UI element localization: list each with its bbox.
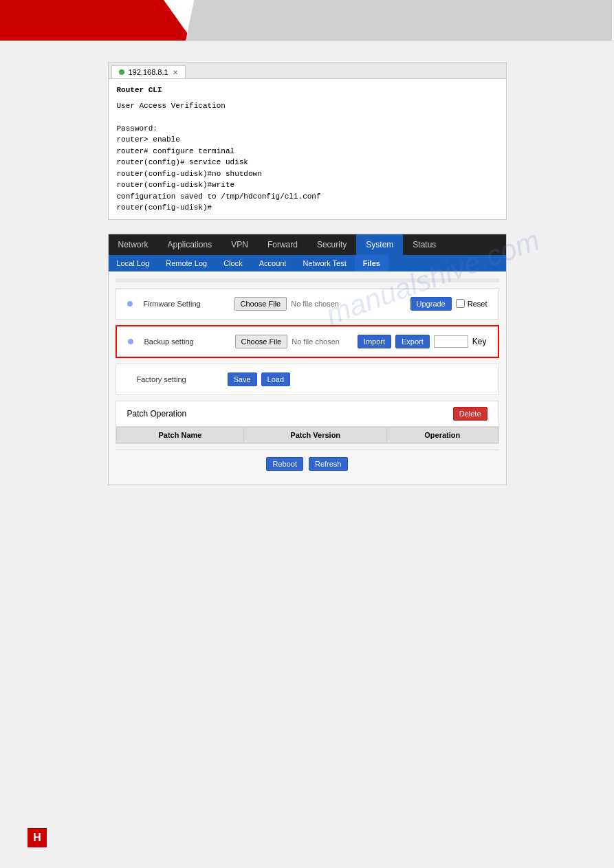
firmware-label: Firmware Setting — [144, 300, 226, 308]
patch-label: Patch Operation — [127, 409, 187, 419]
terminal-line: router(config-udisk)# — [117, 202, 498, 214]
backup-import-button[interactable]: Import — [358, 335, 391, 348]
patch-header: Patch Operation Delete — [116, 401, 498, 427]
patch-col-name: Patch Name — [116, 427, 244, 443]
terminal-line: router(config)# service udisk — [117, 157, 498, 168]
terminal-line: router# configure terminal — [117, 146, 498, 157]
firmware-upgrade-button[interactable]: Upgrade — [410, 297, 452, 311]
patch-section: Patch Operation Delete Patch Name Patch … — [116, 401, 499, 444]
backup-key-label: Key — [472, 337, 487, 346]
backup-indicator — [128, 339, 133, 344]
nav-item-system[interactable]: System — [356, 234, 403, 255]
close-tab-button[interactable]: ✕ — [173, 69, 178, 76]
reboot-button[interactable]: Reboot — [266, 457, 303, 471]
terminal-title: Router CLI — [117, 85, 498, 96]
nav-menu: Network Applications VPN Forward Securit… — [109, 234, 506, 255]
terminal-line — [117, 111, 498, 123]
nav-item-forward[interactable]: Forward — [258, 234, 307, 255]
firmware-indicator — [127, 301, 133, 307]
terminal-line: configuration saved to /tmp/hdconfig/cli… — [117, 191, 498, 203]
terminal-line: router> enable — [117, 134, 498, 146]
content-area: Firmware Setting Choose File No file cho… — [109, 271, 506, 485]
firmware-no-file: No file chosen — [291, 300, 339, 308]
terminal-body: Router CLI User Access Verification Pass… — [109, 79, 506, 219]
backup-choose-button[interactable]: Choose File — [235, 335, 288, 348]
factory-controls: Save Load — [228, 372, 487, 386]
factory-section-row: Factory setting Save Load — [116, 364, 499, 395]
backup-key-input[interactable] — [434, 335, 468, 348]
terminal-line: router(config-udisk)#no shutdown — [117, 168, 498, 180]
patch-table: Patch Name Patch Version Operation — [116, 427, 498, 443]
bottom-buttons: Reboot Refresh — [116, 449, 499, 478]
header-red-accent — [0, 0, 193, 41]
header-gray-accent — [186, 0, 612, 41]
terminal-tab[interactable]: 192.168.8.1 ✕ — [111, 65, 186, 78]
backup-export-button[interactable]: Export — [395, 335, 430, 348]
router-ui-panel: Network Applications VPN Forward Securit… — [108, 234, 507, 485]
terminal-window: 192.168.8.1 ✕ Router CLI User Access Ver… — [108, 62, 507, 220]
firmware-reset-label: Reset — [456, 299, 487, 308]
terminal-line: router(config-udisk)#write — [117, 179, 498, 191]
terminal-tab-label: 192.168.8.1 — [129, 68, 168, 76]
footer: H — [28, 828, 47, 847]
refresh-button[interactable]: Refresh — [309, 457, 348, 471]
sub-nav: Local Log Remote Log Clock Account Netwo… — [109, 255, 506, 271]
backup-section-row: Backup setting Choose File No file chose… — [116, 325, 499, 358]
subnav-local-log[interactable]: Local Log — [109, 255, 158, 271]
subnav-account[interactable]: Account — [251, 255, 295, 271]
subnav-remote-log[interactable]: Remote Log — [157, 255, 215, 271]
subnav-files[interactable]: Files — [355, 255, 388, 271]
subnav-clock[interactable]: Clock — [215, 255, 251, 271]
terminal-output: User Access Verification Password: route… — [117, 100, 498, 214]
connection-indicator — [119, 69, 124, 75]
backup-controls: Choose File No file chosen Import Export… — [235, 335, 487, 348]
firmware-controls: Choose File No file chosen Upgrade Reset — [234, 297, 487, 311]
factory-save-button[interactable]: Save — [228, 372, 257, 386]
nav-item-security[interactable]: Security — [307, 234, 356, 255]
firmware-section-row: Firmware Setting Choose File No file cho… — [116, 288, 499, 320]
factory-load-button[interactable]: Load — [261, 372, 290, 386]
nav-item-status[interactable]: Status — [403, 234, 446, 255]
firmware-reset-checkbox[interactable] — [456, 299, 465, 308]
firmware-choose-button[interactable]: Choose File — [234, 297, 287, 311]
terminal-line: User Access Verification — [117, 100, 498, 112]
terminal-tab-bar: 192.168.8.1 ✕ — [109, 63, 506, 79]
nav-item-vpn[interactable]: VPN — [221, 234, 258, 255]
spacer — [116, 278, 499, 282]
patch-col-operation: Operation — [386, 427, 498, 443]
backup-label: Backup setting — [144, 337, 227, 346]
subnav-network-test[interactable]: Network Test — [294, 255, 354, 271]
terminal-line: Password: — [117, 123, 498, 135]
header-bar — [0, 0, 614, 41]
nav-item-network[interactable]: Network — [109, 234, 158, 255]
factory-label: Factory setting — [137, 375, 219, 383]
patch-delete-button[interactable]: Delete — [453, 407, 487, 421]
backup-no-file: No file chosen — [292, 337, 340, 346]
footer-logo: H — [28, 828, 47, 847]
patch-col-version: Patch Version — [244, 427, 387, 443]
nav-item-applications[interactable]: Applications — [158, 234, 222, 255]
